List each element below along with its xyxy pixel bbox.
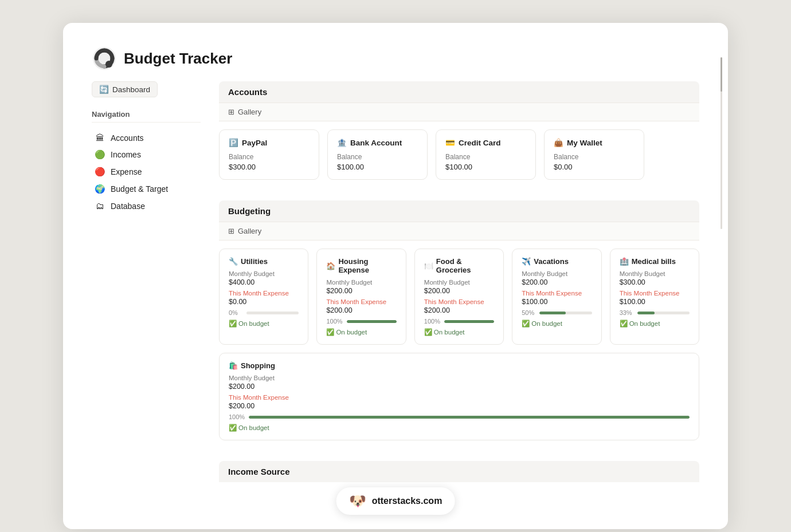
app-logo-icon: [92, 46, 117, 71]
scrollbar[interactable]: [720, 57, 722, 229]
progress-row-vacations: 50%: [522, 309, 592, 316]
account-card-paypal[interactable]: 🅿️ PayPal Balance $300.00: [219, 129, 319, 180]
accounts-cards: 🅿️ PayPal Balance $300.00 🏦 Bank Account…: [219, 121, 699, 182]
budget-name-food: 🍽️ Food & Groceries: [424, 257, 494, 274]
budgeting-section: Budgeting ⊞ Gallery 🔧 Utilities Monthly …: [219, 200, 699, 443]
database-icon: 🗂: [94, 201, 105, 211]
watermark: 🐶 otterstacks.com: [336, 487, 455, 515]
budget-name-housing: 🏠 Housing Expense: [326, 257, 396, 274]
progress-bar-vacations: [539, 312, 592, 314]
bank-balance-value: $100.00: [337, 163, 418, 171]
housing-icon: 🏠: [326, 262, 335, 270]
progress-bar-food: [444, 320, 494, 323]
paypal-icon: 🅿️: [229, 138, 238, 147]
sidebar-item-accounts[interactable]: 🏛 Accounts: [92, 129, 201, 146]
expense-icon: 🔴: [94, 167, 105, 177]
budget-card-vacations[interactable]: ✈️ Vacations Monthly Budget $200.00 This…: [512, 249, 601, 345]
budget-card-shopping[interactable]: 🛍️ Shopping Monthly Budget $200.00 This …: [219, 353, 699, 440]
account-name-wallet: 👜 My Wallet: [554, 138, 635, 147]
budget-name-utilities: 🔧 Utilities: [229, 257, 299, 266]
progress-row-shopping: 100%: [229, 413, 690, 420]
credit-balance-label: Balance: [445, 153, 526, 161]
dashboard-label: Dashboard: [112, 85, 150, 94]
budget-card-food[interactable]: 🍽️ Food & Groceries Monthly Budget $200.…: [414, 249, 504, 345]
database-label: Database: [111, 202, 145, 211]
on-budget-shopping: ✅On budget: [229, 424, 690, 432]
medical-icon: 🏥: [620, 257, 629, 266]
budget-card-medical[interactable]: 🏥 Medical bills Monthly Budget $300.00 T…: [610, 249, 699, 345]
watermark-label: otterstacks.com: [372, 496, 443, 506]
paypal-balance-label: Balance: [229, 153, 310, 161]
progress-row-housing: 100%: [326, 318, 396, 325]
paypal-balance-value: $300.00: [229, 163, 310, 171]
bank-balance-label: Balance: [337, 153, 418, 161]
on-budget-utilities: ✅On budget: [229, 320, 299, 328]
progress-row-food: 100%: [424, 318, 494, 325]
account-card-wallet[interactable]: 👜 My Wallet Balance $0.00: [544, 129, 644, 180]
sidebar-item-incomes[interactable]: 🟢 Incomes: [92, 146, 201, 163]
app-title: Budget Tracker: [124, 50, 232, 68]
on-budget-food: ✅On budget: [424, 328, 494, 336]
sidebar-item-database[interactable]: 🗂 Database: [92, 198, 201, 214]
budget-card-utilities[interactable]: 🔧 Utilities Monthly Budget $400.00 This …: [219, 249, 308, 345]
incomes-icon: 🟢: [94, 149, 105, 160]
vacations-icon: ✈️: [522, 257, 531, 266]
app-window: Budget Tracker 🔄 Dashboard Navigation 🏛 …: [63, 23, 728, 529]
budgeting-gallery-subheader: ⊞ Gallery: [219, 222, 699, 241]
on-budget-vacations: ✅On budget: [522, 320, 592, 328]
budget-name-medical: 🏥 Medical bills: [620, 257, 690, 266]
accounts-section-header: Accounts: [219, 81, 699, 103]
bank-icon: 🏦: [337, 138, 347, 147]
watermark-icon: 🐶: [349, 493, 366, 509]
on-budget-medical: ✅On budget: [620, 320, 690, 328]
main-layout: 🔄 Dashboard Navigation 🏛 Accounts 🟢 Inco…: [92, 81, 699, 501]
budgeting-section-header: Budgeting: [219, 200, 699, 222]
budget-label: Budget & Target: [111, 184, 168, 194]
account-name-bank: 🏦 Bank Account: [337, 138, 418, 147]
svg-point-1: [105, 61, 112, 68]
account-name-paypal: 🅿️ PayPal: [229, 138, 310, 147]
wallet-balance-label: Balance: [554, 153, 635, 161]
account-name-credit: 💳 Credit Card: [445, 138, 526, 147]
progress-bar-housing: [347, 320, 397, 323]
gallery-icon-accounts: ⊞: [228, 108, 234, 116]
shopping-icon: 🛍️: [229, 361, 238, 370]
expense-label: Expense: [111, 167, 142, 176]
budget-name-vacations: ✈️ Vacations: [522, 257, 592, 266]
budget-icon: 🌍: [94, 184, 105, 194]
account-card-credit[interactable]: 💳 Credit Card Balance $100.00: [436, 129, 536, 180]
gallery-icon-budgeting: ⊞: [228, 227, 234, 235]
accounts-label: Accounts: [111, 133, 144, 143]
income-section-header: Income Source: [219, 461, 699, 482]
budgeting-gallery-label: Gallery: [238, 227, 261, 235]
accounts-section: Accounts ⊞ Gallery 🅿️ PayPal Balance $30…: [219, 81, 699, 182]
budgeting-cards: 🔧 Utilities Monthly Budget $400.00 This …: [219, 241, 699, 443]
accounts-gallery-label: Gallery: [238, 108, 261, 116]
dashboard-button[interactable]: 🔄 Dashboard: [92, 81, 158, 97]
sidebar-item-budget[interactable]: 🌍 Budget & Target: [92, 180, 201, 198]
progress-bar-shopping: [249, 416, 690, 419]
account-card-bank[interactable]: 🏦 Bank Account Balance $100.00: [327, 129, 428, 180]
progress-bar-medical: [637, 312, 690, 314]
income-section: Income Source: [219, 461, 699, 482]
progress-row-medical: 33%: [620, 309, 690, 316]
progress-bar-utilities: [246, 312, 299, 314]
sidebar-item-expense[interactable]: 🔴 Expense: [92, 163, 201, 180]
dashboard-icon: 🔄: [99, 85, 109, 94]
credit-icon: 💳: [445, 138, 455, 147]
content-area: Accounts ⊞ Gallery 🅿️ PayPal Balance $30…: [219, 81, 699, 501]
budget-name-shopping: 🛍️ Shopping: [229, 361, 690, 370]
food-icon: 🍽️: [424, 262, 433, 270]
on-budget-housing: ✅On budget: [326, 328, 396, 336]
sidebar: 🔄 Dashboard Navigation 🏛 Accounts 🟢 Inco…: [92, 81, 201, 214]
budget-card-housing[interactable]: 🏠 Housing Expense Monthly Budget $200.00…: [316, 249, 406, 345]
utilities-icon: 🔧: [229, 257, 238, 266]
wallet-icon: 👜: [554, 138, 563, 147]
logo-area: Budget Tracker: [92, 46, 699, 71]
wallet-balance-value: $0.00: [554, 163, 635, 171]
credit-balance-value: $100.00: [445, 163, 526, 171]
progress-row-utilities: 0%: [229, 309, 299, 316]
accounts-gallery-subheader: ⊞ Gallery: [219, 103, 699, 121]
accounts-icon: 🏛: [94, 133, 105, 143]
nav-section-title: Navigation: [92, 110, 201, 123]
